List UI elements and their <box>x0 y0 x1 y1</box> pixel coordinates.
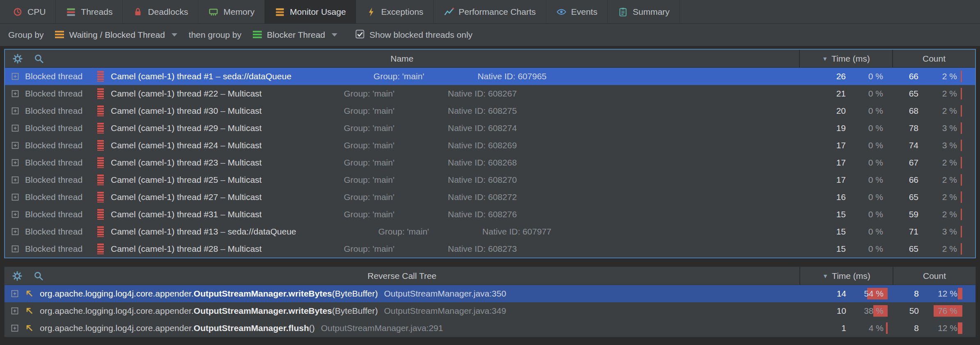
count-percent: 2 % <box>918 244 975 254</box>
column-header-count[interactable]: Count <box>923 271 946 281</box>
expand-plus-icon[interactable] <box>11 142 19 149</box>
thread-row[interactable]: Blocked thread Camel (camel-1) thread #3… <box>5 102 975 120</box>
expand-plus-icon[interactable] <box>11 159 19 166</box>
method-signature: org.apache.logging.log4j.core.appender.O… <box>40 306 378 316</box>
call-tree-title[interactable]: Reverse Call Tree <box>5 271 799 281</box>
summary-clipboard-icon <box>618 7 628 17</box>
thread-row[interactable]: Blocked thread Camel (camel-1) thread #2… <box>5 137 975 154</box>
thread-row[interactable]: Blocked thread Camel (camel-1) thread #2… <box>5 120 975 137</box>
time-value: 10 <box>800 306 846 316</box>
percent-bar <box>961 226 962 237</box>
blocked-thread-state-icon <box>97 226 104 237</box>
percent-bar <box>961 140 962 151</box>
time-percent: 0 % <box>846 209 892 219</box>
tab-label: Events <box>571 7 598 17</box>
thread-group: Group: 'main' <box>344 209 395 219</box>
then-group-by-label: then group by <box>189 30 241 40</box>
thread-row[interactable]: Blocked thread Camel (camel-1) thread #2… <box>5 240 975 258</box>
percent-bar <box>961 157 962 168</box>
thread-name: Camel (camel-1) thread #25 – Multicast <box>111 175 262 185</box>
thread-state-label: Blocked thread <box>25 244 96 254</box>
tab-label: Exceptions <box>381 7 424 17</box>
thread-name: Camel (camel-1) thread #27 – Multicast <box>111 192 262 202</box>
expand-plus-icon[interactable] <box>11 307 18 315</box>
thread-name: Camel (camel-1) thread #1 – seda://dataQ… <box>111 71 291 81</box>
count-value: 68 <box>893 106 918 116</box>
thread-row[interactable]: Blocked thread Camel (camel-1) thread #2… <box>5 154 975 171</box>
call-tree-row[interactable]: org.apache.logging.log4j.core.appender.O… <box>5 320 975 337</box>
expand-plus-icon[interactable] <box>11 124 19 132</box>
call-tree-row[interactable]: org.apache.logging.log4j.core.appender.O… <box>5 285 975 302</box>
count-value: 50 <box>893 306 919 316</box>
column-header-name[interactable]: Name <box>5 54 799 64</box>
thread-name: Camel (camel-1) thread #22 – Multicast <box>111 89 262 99</box>
tab-deadlocks[interactable]: Deadlocks <box>123 0 198 23</box>
percent-bar <box>961 209 962 220</box>
thread-row[interactable]: Blocked thread Camel (camel-1) thread #1… <box>5 68 975 85</box>
thread-group: Group: 'main' <box>344 158 395 168</box>
thread-group: Group: 'main' <box>344 175 395 185</box>
expand-plus-icon[interactable] <box>11 211 19 218</box>
time-value: 15 <box>800 227 846 237</box>
thread-group: Group: 'main' <box>344 89 395 99</box>
deadlock-lock-icon <box>133 7 143 17</box>
thread-state-label: Blocked thread <box>25 140 96 150</box>
tab-summary[interactable]: Summary <box>608 0 680 23</box>
percent-bar <box>958 322 962 334</box>
column-header-time[interactable]: Time (ms) <box>831 54 870 64</box>
column-header-count[interactable]: Count <box>923 54 946 64</box>
source-location: OutputStreamManager.java:291 <box>321 323 443 333</box>
thread-native-id: Native ID: 608275 <box>448 106 517 116</box>
percent-bar <box>886 322 888 334</box>
thread-native-id: Native ID: 608269 <box>448 140 517 150</box>
count-value: 8 <box>893 289 919 299</box>
tab-performance-charts[interactable]: Performance Charts <box>434 0 546 23</box>
thread-native-id: Native ID: 608268 <box>448 158 517 168</box>
expand-plus-icon[interactable] <box>11 228 19 235</box>
expand-plus-icon[interactable] <box>11 245 19 253</box>
count-percent: 12 % <box>919 323 975 333</box>
call-tree-row[interactable]: org.apache.logging.log4j.core.appender.O… <box>5 302 975 320</box>
tab-label: Monitor Usage <box>290 7 346 17</box>
expand-plus-icon[interactable] <box>11 176 19 184</box>
tab-memory[interactable]: Memory <box>198 0 265 23</box>
thread-state-label: Blocked thread <box>25 71 96 81</box>
time-value: 16 <box>800 192 846 202</box>
expand-plus-icon[interactable] <box>11 193 19 201</box>
tab-cpu[interactable]: CPU <box>2 0 56 23</box>
checkbox-label: Show blocked threads only <box>369 30 472 40</box>
time-percent: 54 % <box>846 289 893 299</box>
count-value: 66 <box>893 71 918 81</box>
show-blocked-only-checkbox[interactable]: Show blocked threads only <box>355 30 472 41</box>
expand-plus-icon[interactable] <box>11 90 19 97</box>
thread-native-id: Native ID: 608276 <box>448 209 517 219</box>
thread-group: Group: 'main' <box>344 244 395 254</box>
tab-label: Deadlocks <box>148 7 188 17</box>
group-by-second-value: Blocker Thread <box>267 30 325 40</box>
tab-threads[interactable]: Threads <box>56 0 123 23</box>
expand-plus-icon[interactable] <box>11 107 19 115</box>
time-value: 17 <box>800 140 846 150</box>
thread-row[interactable]: Blocked thread Camel (camel-1) thread #2… <box>5 189 975 206</box>
thread-state-label: Blocked thread <box>25 123 96 133</box>
thread-row[interactable]: Blocked thread Camel (camel-1) thread #2… <box>5 171 975 189</box>
tab-events[interactable]: Events <box>546 0 608 23</box>
tab-monitor-usage[interactable]: Monitor Usage <box>265 0 356 23</box>
time-value: 17 <box>800 175 846 185</box>
group-by-first-dropdown[interactable]: Waiting / Blocked Thread <box>52 28 180 42</box>
expand-plus-icon[interactable] <box>11 290 18 297</box>
blocked-thread-state-icon <box>97 106 104 116</box>
thread-row[interactable]: Blocked thread Camel (camel-1) thread #2… <box>5 85 975 102</box>
expand-plus-icon[interactable] <box>11 73 19 80</box>
count-percent: 2 % <box>918 192 975 202</box>
count-percent: 2 % <box>918 158 975 168</box>
thread-row[interactable]: Blocked thread Camel (camel-1) thread #3… <box>5 206 975 223</box>
checkbox-checked-icon <box>355 30 364 41</box>
column-header-time[interactable]: Time (ms) <box>832 271 870 281</box>
blocker-thread-icon <box>253 31 262 39</box>
time-value: 1 <box>800 323 846 333</box>
thread-row[interactable]: Blocked thread Camel (camel-1) thread #1… <box>5 223 975 240</box>
tab-exceptions[interactable]: Exceptions <box>356 0 434 23</box>
group-by-second-dropdown[interactable]: Blocker Thread <box>250 28 341 42</box>
expand-plus-icon[interactable] <box>11 324 18 332</box>
